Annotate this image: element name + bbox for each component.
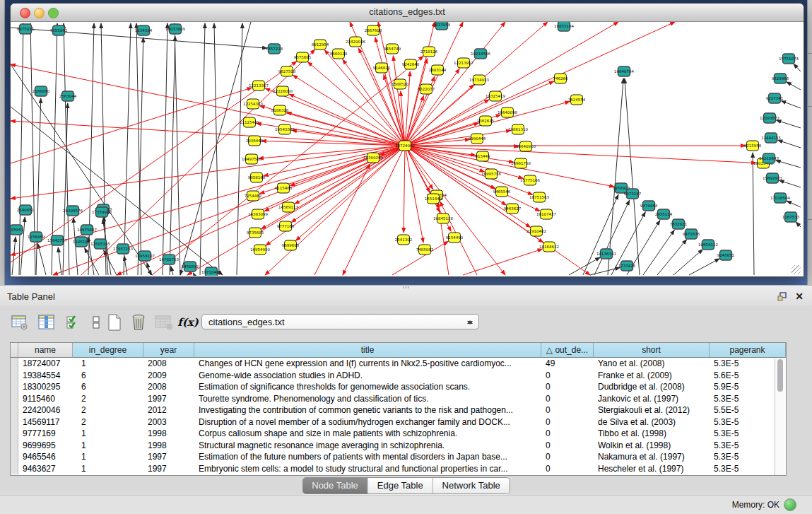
graph-node-label: 15692971 [763, 176, 782, 180]
combo-arrows-icon [466, 317, 473, 328]
graph-node-label: 12093872 [760, 116, 779, 120]
cell: Hescheler et al. (1997) [594, 463, 710, 475]
network-view[interactable]: 1872400712213367122543631112544920364481… [11, 22, 802, 276]
graph-node-label: 9463627 [504, 206, 522, 211]
graph-node-label: 9777169 [277, 224, 295, 228]
cell: 0 [541, 381, 594, 393]
cell: 0 [541, 440, 594, 452]
cell: 18724007 [18, 358, 73, 370]
graph-edge [314, 164, 370, 275]
graph-node-label: 9735685 [247, 230, 264, 235]
cell: 6 [73, 370, 143, 382]
column-header-short[interactable]: short [594, 343, 710, 358]
table-row[interactable]: 1938455462009Genome-wide association stu… [11, 370, 775, 382]
cell: 14569117 [18, 416, 73, 428]
graph-edge [673, 250, 702, 275]
table-row[interactable]: 946554611997Estimation of the future num… [11, 451, 775, 463]
graph-edge [777, 140, 801, 148]
graph-edge [787, 201, 801, 207]
row-header [11, 393, 18, 405]
table-panel-body: f(x) citations_edges.txt namein_degreeye… [0, 305, 812, 514]
delete-table-icon[interactable] [154, 313, 174, 332]
cell: 9465546 [18, 451, 73, 463]
graph-node-label: 1145194 [73, 240, 90, 244]
cell: 0 [541, 451, 594, 463]
table-row[interactable]: 1456911722003Disruption of a novel membe… [11, 416, 775, 428]
column-header-pagerank[interactable]: pagerank [710, 343, 786, 358]
graph-edge [170, 36, 175, 275]
graph-edge [590, 267, 620, 275]
column-header-title[interactable]: title [194, 343, 541, 358]
scrollbar-thumb[interactable] [777, 359, 783, 392]
cell: Embryonic stem cells: a model to study s… [194, 463, 541, 475]
table-row[interactable]: 1830029562008Estimation of significance … [11, 381, 775, 393]
graph-node-label: 21910462 [526, 229, 546, 233]
table-row[interactable]: 946362711997Embryonic stem cells: a mode… [11, 463, 775, 475]
tab-network-table[interactable]: Network Table [433, 478, 510, 493]
cell: 0 [541, 370, 594, 382]
column-header-name[interactable]: name [18, 343, 73, 358]
cell: Disruption of a novel member of a sodium… [194, 416, 541, 428]
network-canvas[interactable]: 1872400712213367122543631112544920364481… [11, 22, 802, 276]
network-window[interactable]: citations_edges.txt 18724007122133671225… [10, 3, 804, 277]
row-height-icon[interactable] [86, 313, 106, 332]
graph-node-label: 14569117 [278, 205, 298, 209]
column-header-year[interactable]: year [143, 343, 194, 358]
tab-node-table[interactable]: Node Table [302, 478, 368, 493]
graph-edge [85, 248, 99, 275]
new-column-icon[interactable] [105, 313, 124, 332]
column-visibility-icon[interactable] [37, 313, 57, 332]
window-title: citations_edges.txt [11, 6, 804, 17]
table-toolbar: f(x) citations_edges.txt [0, 311, 812, 337]
graph-edge [193, 273, 194, 275]
table-row[interactable]: 977716911998Corpus callosum shape and si… [11, 428, 775, 440]
table-row[interactable]: 2242004622012Investigating the contribut… [11, 404, 775, 416]
close-panel-icon[interactable]: ✕ [795, 291, 804, 302]
tab-edge-table[interactable]: Edge Table [368, 478, 433, 493]
graph-node-label: 2803144 [429, 68, 447, 72]
graph-node-label: 915449 [476, 154, 490, 158]
graph-node-label: 8322037 [418, 87, 435, 91]
graph-node-label: 16383099 [248, 212, 268, 216]
table-header-row[interactable]: namein_degreeyeartitle△ out_de...shortpa… [11, 343, 786, 358]
memory-ok-icon[interactable] [784, 498, 796, 511]
graph-node-label: 19734933 [469, 78, 489, 82]
graph-node-label: 16961758 [511, 161, 531, 165]
memory-status-label: Memory: OK [732, 500, 779, 510]
window-resize-grip[interactable] [792, 265, 801, 274]
table-row[interactable]: 1872400712008Changes of HCN gene express… [11, 358, 775, 370]
function-builder-icon[interactable]: f(x) [178, 313, 198, 332]
table-mode-icon[interactable] [10, 313, 30, 332]
cell: 5.6E-5 [710, 370, 775, 382]
column-header-in_degree[interactable]: in_degree [73, 343, 143, 358]
cell: Jankovic et al. (1997) [594, 393, 710, 405]
graph-node-label: 16107427 [536, 212, 556, 216]
cell: 1 [73, 428, 143, 440]
cell: Corpus callosum shape and size in male p… [194, 428, 541, 440]
graph-node-label: 1167533 [782, 215, 800, 219]
delete-column-icon[interactable] [129, 313, 148, 332]
graph-edge [689, 259, 719, 275]
graph-node-label: 7355061 [50, 28, 68, 33]
row-header [11, 463, 18, 475]
network-window-titlebar[interactable]: citations_edges.txt [11, 4, 804, 22]
cell: Investigating the contribution of common… [194, 404, 541, 416]
row-header [11, 416, 18, 428]
graph-node-label: 8660128 [330, 52, 348, 56]
float-panel-icon[interactable] [777, 292, 788, 301]
column-select-icon[interactable] [64, 313, 83, 332]
graph-edge [124, 23, 131, 275]
cell: Changes of HCN gene expression and I(f) … [194, 358, 541, 370]
row-header [11, 440, 18, 452]
graph-node-label: 22226058 [273, 89, 293, 93]
graph-node-label: 19218586 [471, 52, 490, 56]
table-row[interactable]: 911546021997Tourette syndrome. Phenomeno… [11, 393, 775, 405]
column-header-out_de[interactable]: △ out_de... [541, 343, 594, 358]
screen-right-sliver [807, 0, 812, 285]
table-vertical-scrollbar[interactable] [775, 358, 786, 475]
graph-node-label: 19853164 [554, 24, 574, 28]
cell: 5.3E-5 [710, 451, 775, 463]
graph-node-label: 16782753 [159, 257, 179, 262]
table-row[interactable]: 969969511998Structural magnetic resonanc… [11, 440, 775, 452]
table-select[interactable]: citations_edges.txt [201, 314, 479, 329]
